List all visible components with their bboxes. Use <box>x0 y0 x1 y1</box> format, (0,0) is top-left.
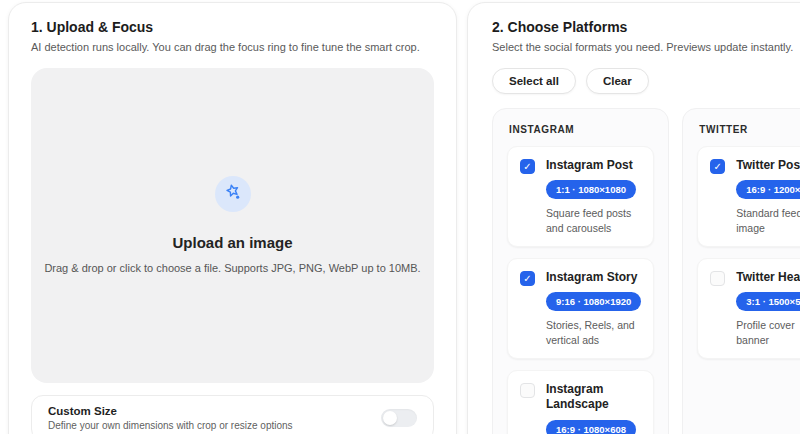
format-badge: 16:9 · 1200×675 <box>736 180 800 199</box>
platform-section: INSTAGRAM ✓ Instagram Post 1:1 · 1080×10… <box>492 108 669 434</box>
platform-grid: INSTAGRAM ✓ Instagram Post 1:1 · 1080×10… <box>492 108 800 434</box>
format-checkbox[interactable] <box>710 271 725 286</box>
custom-size-toggle[interactable] <box>381 409 417 427</box>
custom-size-description: Define your own dimensions with crop or … <box>48 420 293 431</box>
format-content: Instagram Post 1:1 · 1080×1080 Square fe… <box>546 158 641 235</box>
format-description: Standard feed image <box>736 206 800 234</box>
toggle-knob <box>383 411 397 425</box>
platform-actions: Select all Clear <box>492 68 800 94</box>
custom-size-title: Custom Size <box>48 405 293 417</box>
platforms-panel-title: 2. Choose Platforms <box>492 19 800 35</box>
dropzone-title: Upload an image <box>172 234 292 251</box>
clear-button[interactable]: Clear <box>586 68 649 94</box>
sparkle-star-icon <box>223 182 243 206</box>
format-checkbox[interactable]: ✓ <box>710 159 725 174</box>
platform-section-title: TWITTER <box>699 124 800 135</box>
upload-panel-title: 1. Upload & Focus <box>31 19 434 35</box>
platform-item-list: ✓ Twitter Post 16:9 · 1200×675 Standard … <box>697 146 800 359</box>
format-description: Profile cover banner <box>736 318 800 346</box>
format-badge: 16:9 · 1080×608 <box>546 420 636 434</box>
choose-platforms-panel: 2. Choose Platforms Select the social fo… <box>467 2 800 434</box>
format-checkbox[interactable]: ✓ <box>520 271 535 286</box>
format-item[interactable]: Twitter Header 3:1 · 1500×500 Profile co… <box>697 258 800 359</box>
select-all-button[interactable]: Select all <box>492 68 576 94</box>
format-item[interactable]: Instagram Landscape 16:9 · 1080×608 Hori… <box>507 370 654 434</box>
format-content: Instagram Landscape 16:9 · 1080×608 Hori… <box>546 382 641 434</box>
custom-size-text: Custom Size Define your own dimensions w… <box>48 405 293 431</box>
format-content: Instagram Story 9:16 · 1080×1920 Stories… <box>546 270 641 347</box>
format-label: Twitter Post <box>736 158 800 174</box>
format-badge: 1:1 · 1080×1080 <box>546 180 636 199</box>
format-item[interactable]: ✓ Instagram Post 1:1 · 1080×1080 Square … <box>507 146 654 247</box>
platform-section-title: INSTAGRAM <box>509 124 654 135</box>
format-badge: 9:16 · 1080×1920 <box>546 292 641 311</box>
format-checkbox[interactable] <box>520 383 535 398</box>
platform-section: TWITTER ✓ Twitter Post 16:9 · 1200×675 S… <box>682 108 800 434</box>
format-content: Twitter Post 16:9 · 1200×675 Standard fe… <box>736 158 800 235</box>
format-content: Twitter Header 3:1 · 1500×500 Profile co… <box>736 270 800 347</box>
custom-size-row: Custom Size Define your own dimensions w… <box>31 395 434 434</box>
upload-panel-subtitle: AI detection runs locally. You can drag … <box>31 40 434 55</box>
format-item[interactable]: ✓ Twitter Post 16:9 · 1200×675 Standard … <box>697 146 800 247</box>
format-item[interactable]: ✓ Instagram Story 9:16 · 1080×1920 Stori… <box>507 258 654 359</box>
upload-icon-circle <box>215 176 251 212</box>
platforms-panel-subtitle: Select the social formats you need. Prev… <box>492 40 800 55</box>
format-label: Twitter Header <box>736 270 800 286</box>
platform-item-list: ✓ Instagram Post 1:1 · 1080×1080 Square … <box>507 146 654 434</box>
format-description: Square feed posts and carousels <box>546 206 641 234</box>
dropzone-hint: Drag & drop or click to choose a file. S… <box>34 262 430 274</box>
format-badge: 3:1 · 1500×500 <box>736 292 800 311</box>
format-label: Instagram Story <box>546 270 641 286</box>
format-checkbox[interactable]: ✓ <box>520 159 535 174</box>
upload-dropzone[interactable]: Upload an image Drag & drop or click to … <box>31 68 434 383</box>
upload-focus-panel: 1. Upload & Focus AI detection runs loca… <box>8 2 457 434</box>
format-description: Stories, Reels, and vertical ads <box>546 318 641 346</box>
format-label: Instagram Post <box>546 158 641 174</box>
format-label: Instagram Landscape <box>546 382 641 413</box>
